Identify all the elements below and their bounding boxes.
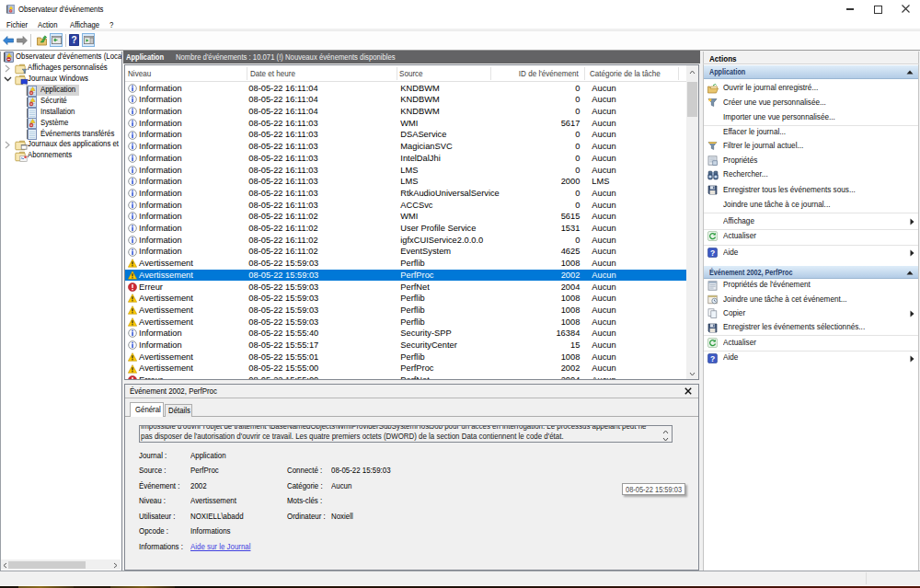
svg-text:?: ?	[71, 35, 76, 45]
svg-text:?: ?	[709, 353, 714, 363]
svg-text:?: ?	[709, 248, 714, 257]
